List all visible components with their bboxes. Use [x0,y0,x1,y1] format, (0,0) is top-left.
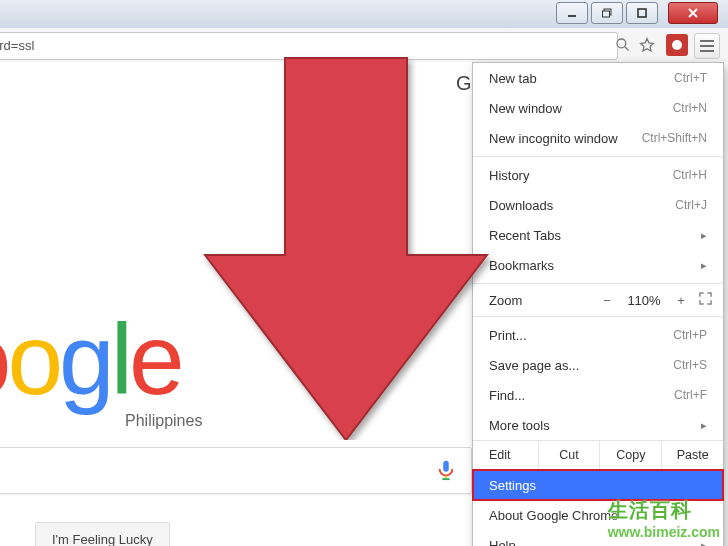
google-logo: Google [0,302,181,417]
zoom-out-button[interactable]: − [595,293,619,308]
zoom-icon[interactable] [614,36,632,54]
menu-history[interactable]: HistoryCtrl+H [473,160,723,190]
fullscreen-icon[interactable] [693,292,717,308]
extension-adblock-icon[interactable] [666,34,688,56]
svg-rect-3 [638,9,646,17]
menu-separator [473,283,723,284]
window-titlebar [0,0,728,29]
google-country-label: Philippines [125,412,202,430]
menu-recent-tabs[interactable]: Recent Tabs [473,220,723,250]
menu-cut[interactable]: Cut [538,441,600,469]
menu-print[interactable]: Print...Ctrl+P [473,320,723,350]
window-restore-button[interactable] [591,2,623,24]
menu-separator [473,156,723,157]
window-close-button[interactable] [668,2,718,24]
zoom-value: 110% [619,293,669,308]
menu-new-window[interactable]: New windowCtrl+N [473,93,723,123]
menu-zoom-label: Zoom [489,293,595,308]
chrome-menu-button[interactable] [694,33,720,59]
address-bar[interactable]: vs_rd=ssl [0,32,618,60]
logo-fragment-letter: G [456,72,472,95]
menu-find[interactable]: Find...Ctrl+F [473,380,723,410]
search-input[interactable] [0,447,472,494]
voice-search-icon[interactable] [435,458,457,482]
browser-toolbar: vs_rd=ssl [0,28,728,63]
menu-copy[interactable]: Copy [599,441,661,469]
menu-paste[interactable]: Paste [661,441,723,469]
menu-edit-label: Edit [473,441,538,469]
menu-incognito[interactable]: New incognito windowCtrl+Shift+N [473,123,723,153]
menu-downloads[interactable]: DownloadsCtrl+J [473,190,723,220]
menu-new-tab[interactable]: New tabCtrl+T [473,63,723,93]
menu-bookmarks[interactable]: Bookmarks [473,250,723,280]
watermark-url: www.bimeiz.com [608,524,720,540]
watermark: 生活百科 www.bimeiz.com [608,497,720,540]
menu-more-tools[interactable]: More tools [473,410,723,440]
zoom-in-button[interactable]: + [669,293,693,308]
menu-zoom-row: Zoom − 110% + [473,287,723,313]
menu-separator [473,316,723,317]
menu-edit-row: Edit Cut Copy Paste [473,440,723,470]
svg-rect-9 [443,461,449,472]
menu-save-page[interactable]: Save page as...Ctrl+S [473,350,723,380]
watermark-text-cn: 生活百科 [608,497,720,524]
star-icon[interactable] [638,36,656,54]
window-maximize-button[interactable] [626,2,658,24]
feeling-lucky-button[interactable]: I'm Feeling Lucky [35,522,170,546]
svg-line-7 [625,47,629,51]
svg-point-6 [617,39,626,48]
window-minimize-button[interactable] [556,2,588,24]
svg-rect-2 [603,11,610,17]
menu-settings[interactable]: Settings [473,470,723,500]
svg-marker-8 [641,39,654,51]
chrome-menu: New tabCtrl+T New windowCtrl+N New incog… [472,62,724,546]
